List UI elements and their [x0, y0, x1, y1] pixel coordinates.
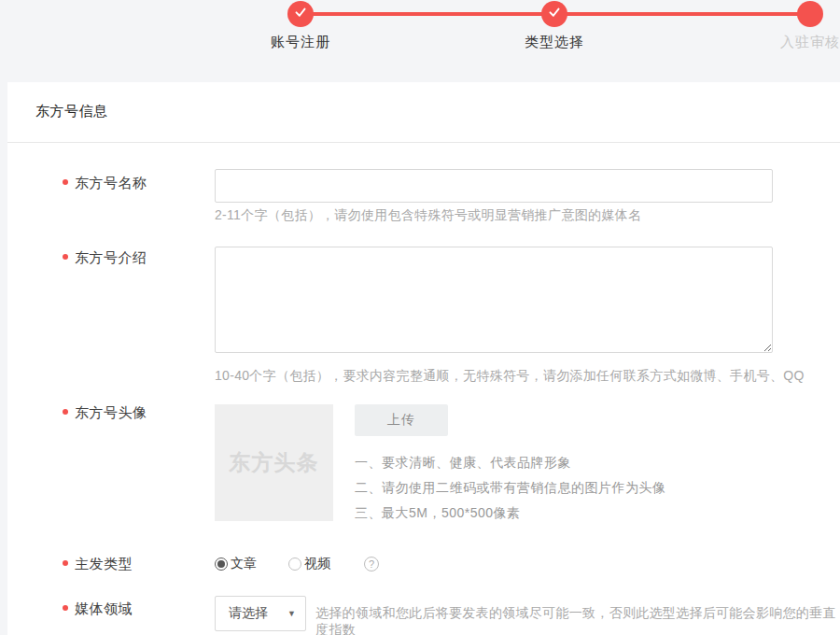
step-label: 入驻审核: [754, 34, 840, 51]
avatar-rule: 一、要求清晰、健康、代表品牌形象: [355, 450, 666, 475]
upload-button[interactable]: 上传: [355, 404, 448, 436]
section-title: 东方号信息: [35, 103, 108, 120]
avatar-rule: 二、请勿使用二维码或带有营销信息的图片作为头像: [355, 475, 666, 501]
media-field-select[interactable]: 请选择 ▼: [215, 596, 306, 631]
step-account-register: 账号注册: [245, 0, 357, 51]
section-divider: [7, 142, 840, 143]
avatar-rules-list: 一、要求清晰、健康、代表品牌形象 二、请勿使用二维码或带有营销信息的图片作为头像…: [355, 450, 666, 526]
step-pending-circle: [797, 1, 823, 27]
progress-stepper: 账号注册 类型选择 入驻审核: [0, 0, 840, 82]
field-label-publish-type: 主发类型: [75, 556, 133, 573]
step-label: 类型选择: [498, 34, 610, 51]
radio-option-video[interactable]: 视频: [288, 556, 330, 572]
radio-option-article[interactable]: 文章: [215, 556, 257, 572]
field-label-intro: 东方号介绍: [75, 249, 147, 267]
required-bullet: [63, 560, 68, 566]
avatar-rule: 三、最大5M，500*500像素: [355, 501, 666, 526]
radio-label: 视频: [304, 556, 330, 572]
required-bullet: [63, 409, 68, 415]
media-field-hint: 选择的领域和您此后将要发表的领域尽可能一致，否则此选型选择后可能会影响您的垂直度…: [315, 605, 840, 635]
avatar-placeholder: 东方头条: [215, 404, 333, 521]
checkmark-icon: [292, 4, 309, 24]
chevron-down-icon: ▼: [287, 609, 305, 618]
required-bullet: [63, 179, 68, 185]
required-bullet: [63, 254, 68, 260]
checkmark-icon: [546, 4, 563, 24]
step-type-select: 类型选择: [498, 0, 610, 51]
radio-unselected-icon[interactable]: [288, 557, 301, 571]
field-label-name: 东方号名称: [75, 175, 147, 192]
account-intro-textarea[interactable]: [215, 247, 773, 353]
radio-label: 文章: [231, 556, 257, 572]
name-hint: 2-11个字（包括），请勿使用包含特殊符号或明显营销推广意图的媒体名: [215, 207, 641, 224]
step-done-circle: [287, 1, 314, 27]
field-label-media-field: 媒体领域: [75, 600, 133, 618]
step-done-circle: [541, 1, 567, 27]
field-label-avatar: 东方号头像: [75, 404, 147, 422]
step-label: 账号注册: [245, 34, 357, 51]
intro-hint: 10-40个字（包括），要求内容完整通顺，无特殊符号，请勿添加任何联系方式如微博…: [215, 368, 805, 385]
form-panel: 东方号信息 东方号名称 2-11个字（包括），请勿使用包含特殊符号或明显营销推广…: [7, 82, 840, 635]
radio-selected-icon[interactable]: [215, 557, 228, 571]
required-bullet: [63, 605, 68, 611]
question-mark-icon[interactable]: ?: [364, 557, 379, 572]
account-name-input[interactable]: [215, 169, 773, 203]
publish-type-radio-group: 文章 视频 ?: [215, 556, 379, 572]
step-entry-review: 入驻审核: [754, 0, 840, 51]
select-selected-value: 请选择: [216, 605, 287, 622]
avatar-watermark-text: 东方头条: [230, 448, 319, 477]
